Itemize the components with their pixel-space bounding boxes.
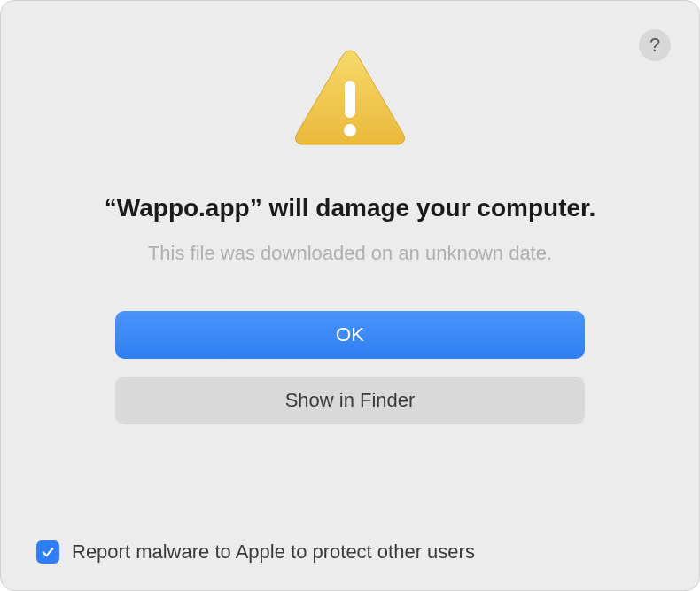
report-malware-checkbox[interactable]	[36, 540, 59, 564]
checkmark-icon	[40, 544, 56, 560]
report-malware-row: Report malware to Apple to protect other…	[36, 540, 475, 564]
help-button[interactable]: ?	[639, 29, 671, 61]
show-in-finder-button[interactable]: Show in Finder	[115, 377, 585, 424]
ok-button-label: OK	[336, 323, 364, 346]
security-alert-dialog: ? “Wappo.app” will damage your computer.…	[0, 0, 700, 591]
svg-point-1	[344, 124, 356, 136]
help-icon: ?	[649, 34, 660, 57]
dialog-subtitle: This file was downloaded on an unknown d…	[148, 242, 552, 265]
svg-rect-0	[345, 81, 355, 118]
report-malware-label[interactable]: Report malware to Apple to protect other…	[72, 540, 475, 564]
show-in-finder-button-label: Show in Finder	[285, 389, 416, 412]
button-group: OK Show in Finder	[115, 311, 585, 424]
ok-button[interactable]: OK	[115, 311, 585, 359]
dialog-title: “Wappo.app” will damage your computer.	[105, 194, 595, 222]
warning-icon	[292, 45, 408, 150]
